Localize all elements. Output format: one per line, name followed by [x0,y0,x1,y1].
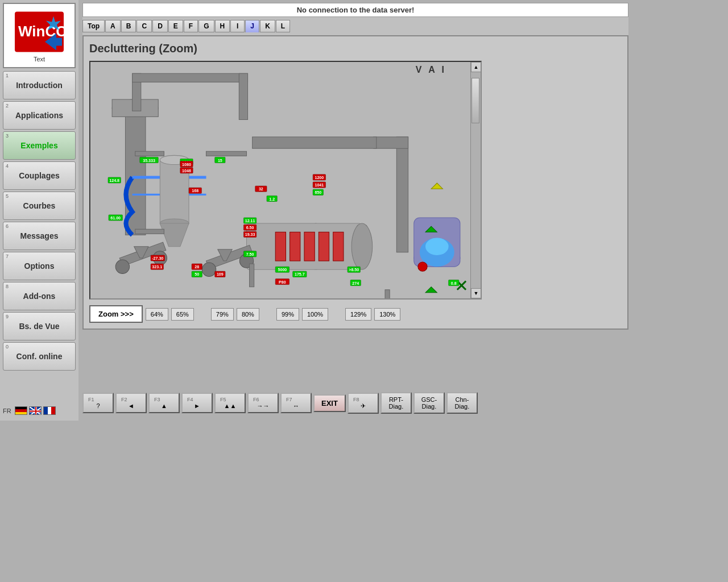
nav-number: 8 [6,284,9,289]
flag-german[interactable] [15,406,27,415]
sidebar-item-bs-de-vue[interactable]: 9 Bs. de Vue [3,312,76,340]
tab-e[interactable]: E [168,20,183,32]
nav-number: 5 [6,193,9,199]
nav-number: 4 [6,163,9,169]
zoom-main-button[interactable]: Zoom >>> [89,305,143,323]
zoom-pct-btn-129%[interactable]: 129% [345,308,371,321]
svg-text:5000: 5000 [278,268,287,272]
scroll-down-button[interactable]: ▼ [471,288,481,298]
bottom-btn-rpt[interactable]: RPT- Diag. [380,392,412,414]
tab-d[interactable]: D [152,20,168,32]
sidebar-item-applications[interactable]: 2 Applications [3,101,76,130]
tab-navigation: TopABCDEFGHIJKL [82,20,628,32]
tab-top[interactable]: Top [82,20,105,32]
bottom-btn-plane[interactable]: F8✈ [348,393,379,414]
nav-number: 3 [6,133,9,139]
svg-text:28: 28 [195,265,199,269]
flag-english[interactable] [29,406,42,415]
zoom-pct-btn-99%[interactable]: 99% [276,308,299,321]
tab-a[interactable]: A [105,20,121,32]
bottom-btn-help[interactable]: F1? [82,393,114,413]
tab-c[interactable]: C [136,20,152,32]
btn-label: EXIT [321,399,338,408]
svg-text:323.1: 323.1 [152,265,162,269]
sidebar-item-options[interactable]: 7 Options [3,252,76,280]
btn-label: ▲ [161,402,167,409]
sidebar-item-add-ons[interactable]: 8 Add-ons [3,282,76,310]
svg-rect-28 [318,232,329,261]
tab-l[interactable]: L [276,20,290,32]
sidebar-item-introduction[interactable]: 1 Introduction [3,71,76,99]
btn-num: F4 [187,397,193,402]
nav-label: Conf. online [16,352,63,361]
svg-text:1200: 1200 [315,176,324,180]
sidebar-item-conf-online[interactable]: 0 Conf. online [3,342,76,371]
zoom-pct-btn-100%[interactable]: 100% [302,308,328,321]
flag-french[interactable] [43,406,56,415]
sidebar-item-courbes[interactable]: 5 Courbes [3,192,76,220]
bottom-btn-swap[interactable]: F7↔ [280,393,312,413]
sidebar-item-messages[interactable]: 6 Messages [3,222,76,250]
svg-point-38 [115,260,129,273]
scroll-up-button[interactable]: ▲ [471,62,481,72]
tab-b[interactable]: B [121,20,136,32]
svg-text:650: 650 [315,190,321,195]
zoom-pct-btn-64%[interactable]: 64% [146,308,168,321]
bottom-btn-exit[interactable]: EXIT [313,394,346,412]
vertical-scrollbar[interactable]: ▲ ▼ [470,62,481,298]
bottom-btn-forward[interactable]: F6→→ [247,393,279,413]
btn-num: F3 [154,397,160,402]
bottom-btn-prev[interactable]: F2◄ [115,393,147,413]
svg-rect-118 [250,264,254,287]
tab-k[interactable]: K [260,20,275,32]
svg-rect-17 [239,73,247,119]
svg-rect-16 [133,73,248,82]
bottom-btn-top[interactable]: F5▲▲ [214,393,246,413]
nav-number: 2 [6,103,9,109]
zoom-pct-btn-130%[interactable]: 130% [374,308,400,321]
bottom-navigation: F1?F2◄F3▲F4►F5▲▲F6→→F7↔EXITF8✈RPT- Diag.… [82,392,628,414]
scroll-track[interactable] [471,72,481,288]
zoom-pct-btn-79%[interactable]: 79% [211,308,234,321]
tab-g[interactable]: G [198,20,214,32]
svg-text:124.8: 124.8 [109,178,119,183]
btn-num: F2 [121,397,127,402]
svg-rect-117 [206,151,246,156]
bottom-btn-up[interactable]: F3▲ [148,393,180,413]
nav-label: Courbes [23,201,56,210]
nav-items-container: 1 Introduction2 Applications3 Exemples4 … [0,71,78,371]
tab-f[interactable]: F [184,20,198,32]
logo-text: Text [34,56,45,63]
tab-i[interactable]: I [230,20,245,32]
nav-number: 0 [6,344,9,350]
bottom-btn-chn[interactable]: Chn- Diag. [446,392,478,414]
svg-rect-115 [135,229,164,234]
svg-rect-10 [30,411,42,412]
svg-text:0.8: 0.8 [451,281,457,286]
sidebar-item-couplages[interactable]: 4 Couplages [3,161,76,190]
content-panel: Decluttering (Zoom) V A I [82,35,628,330]
svg-rect-25 [275,232,286,261]
svg-text:-27.30: -27.30 [152,256,163,261]
tab-j[interactable]: J [245,20,259,32]
svg-rect-119 [385,290,390,298]
svg-text:175.7: 175.7 [295,272,305,277]
svg-rect-30 [396,137,408,252]
btn-num: F5 [220,397,226,402]
zoom-pct-btn-80%[interactable]: 80% [237,308,259,321]
svg-text:274: 274 [352,281,359,286]
svg-rect-116 [135,151,164,156]
process-diagram: 35.333 1200 15 124.8 61.00 1080 1200 [90,62,481,298]
btn-label: →→ [257,402,270,409]
nav-label: Exemples [20,141,57,150]
scroll-thumb[interactable] [471,78,479,123]
nav-number: 7 [6,253,9,259]
tab-h[interactable]: H [215,20,230,32]
svg-point-48 [418,262,427,271]
diagram-container[interactable]: V A I [89,61,482,300]
bottom-btn-gsc[interactable]: GSC- Diag. [413,392,445,414]
svg-text:1080: 1080 [182,163,191,167]
bottom-btn-next[interactable]: F4► [181,393,213,413]
zoom-pct-btn-65%[interactable]: 65% [171,308,194,321]
sidebar-item-exemples[interactable]: 3 Exemples [3,131,76,160]
